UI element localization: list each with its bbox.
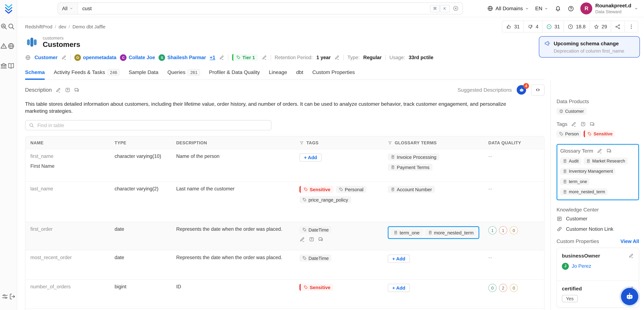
- column-name[interactable]: last_name: [30, 186, 53, 192]
- version-button[interactable]: 18.8: [564, 21, 589, 32]
- dq-aborted-badge[interactable]: 0: [510, 226, 518, 235]
- request-tags-icon[interactable]: [580, 121, 586, 127]
- tags-conversation-icon[interactable]: [590, 121, 595, 127]
- tag-chip[interactable]: DateTime: [300, 226, 332, 233]
- sensitive-tag-chip[interactable]: Sensitive: [300, 284, 333, 291]
- edit-glossary-icon[interactable]: [597, 148, 602, 154]
- watch-button[interactable]: 31: [542, 21, 564, 32]
- tier-chip[interactable]: Tier 1: [232, 54, 258, 61]
- edit-property-icon[interactable]: [628, 253, 634, 258]
- glossary-term-chip[interactable]: Account Number: [388, 186, 435, 193]
- request-description-icon[interactable]: [65, 87, 70, 93]
- tab-activity-feeds-tasks[interactable]: Activity Feeds & Tasks246: [54, 66, 120, 79]
- glossary-conversation-icon[interactable]: [606, 148, 612, 154]
- description-conversation-icon[interactable]: [74, 87, 80, 93]
- tag-chip[interactable]: Person: [556, 130, 581, 137]
- glossary-term-chip[interactable]: Audit: [560, 158, 581, 165]
- tab-queries[interactable]: Queries261: [167, 66, 200, 79]
- sidebar-settings-sliders-icon[interactable]: [1, 293, 8, 300]
- glossary-term-chip[interactable]: more_nested_term: [560, 188, 608, 195]
- filter-icon[interactable]: [388, 141, 392, 145]
- glossary-term-chip[interactable]: more_nested_term: [425, 229, 476, 236]
- edit-tier-icon[interactable]: [262, 55, 267, 60]
- stars-button[interactable]: 29: [589, 21, 611, 32]
- glossary-term-chip[interactable]: Invoice Processing: [388, 153, 439, 161]
- knowledge-center-item[interactable]: Customer Notion Link: [556, 226, 639, 232]
- column-name[interactable]: most_recent_order: [30, 255, 72, 261]
- more-owners-link[interactable]: +1: [210, 55, 215, 60]
- tab-sample-data[interactable]: Sample Data: [129, 66, 158, 79]
- tab-custom-properties[interactable]: Custom Properties: [312, 66, 355, 79]
- tag-chip[interactable]: price_range_policy: [300, 196, 351, 203]
- find-in-table-input[interactable]: [37, 122, 268, 129]
- sidebar-glossary-book-icon[interactable]: [7, 62, 15, 69]
- help-icon[interactable]: [568, 5, 574, 12]
- dq-passed-badge[interactable]: 0: [488, 284, 497, 292]
- sidebar-logout-icon[interactable]: [8, 293, 16, 300]
- tab-lineage[interactable]: Lineage: [269, 66, 287, 79]
- column-name[interactable]: first_order: [30, 226, 52, 232]
- downvote-button[interactable]: 4: [523, 21, 542, 32]
- dq-passed-badge[interactable]: 1: [488, 226, 497, 235]
- collate-logo-icon[interactable]: [4, 4, 14, 14]
- search-scope-dropdown[interactable]: All: [58, 3, 78, 14]
- edit-owners-icon[interactable]: [219, 55, 224, 60]
- entity-domain-link[interactable]: Customer: [34, 55, 58, 60]
- breadcrumb-item[interactable]: RedshiftProd: [25, 24, 52, 29]
- find-in-table[interactable]: [25, 120, 271, 130]
- breadcrumb-item[interactable]: dev: [58, 24, 66, 29]
- tab-profiler-data-quality[interactable]: Profiler & Data Quality: [209, 66, 260, 79]
- glossary-term-chip[interactable]: term_one: [391, 229, 422, 236]
- chat-bot-button[interactable]: [621, 288, 638, 305]
- property-user-link[interactable]: Jo Perez: [572, 263, 591, 269]
- sidebar-governance-bank-icon[interactable]: [0, 62, 7, 69]
- owner-item[interactable]: Oopenmetadata: [74, 54, 116, 61]
- add-button[interactable]: + Add: [388, 255, 410, 263]
- domains-dropdown[interactable]: All Domains: [487, 6, 529, 12]
- view-all-link[interactable]: View All: [620, 239, 639, 244]
- tag-chip[interactable]: DateTime: [300, 255, 332, 262]
- edit-tags-icon[interactable]: [300, 237, 305, 242]
- breadcrumb-item[interactable]: Demo dbt Jaffle: [72, 24, 106, 29]
- tag-chip[interactable]: Personal: [336, 186, 366, 193]
- data-product-chip[interactable]: Customer: [556, 108, 586, 115]
- sensitive-tag-chip[interactable]: Sensitive: [584, 130, 615, 137]
- owner-item[interactable]: CCollate Joe: [120, 54, 155, 61]
- filter-icon[interactable]: [300, 141, 304, 145]
- language-dropdown[interactable]: EN: [535, 6, 548, 11]
- edit-retention-icon[interactable]: [334, 55, 340, 60]
- glossary-term-chip[interactable]: Payment Terms: [388, 164, 432, 171]
- clear-search-icon[interactable]: [452, 6, 459, 12]
- more-button[interactable]: [624, 21, 638, 32]
- glossary-term-chip[interactable]: term_one: [560, 178, 590, 185]
- notifications-bell-icon[interactable]: [555, 5, 562, 12]
- add-button[interactable]: + Add: [300, 153, 322, 162]
- share-button[interactable]: [611, 21, 624, 32]
- tab-dbt[interactable]: dbt: [296, 66, 303, 79]
- sidebar-explore-search-icon[interactable]: [0, 23, 7, 30]
- column-name[interactable]: first_name: [30, 153, 54, 159]
- global-search[interactable]: All ⌘ K: [58, 3, 463, 14]
- edit-description-icon[interactable]: [56, 87, 61, 93]
- column-name[interactable]: number_of_orders: [30, 284, 71, 290]
- sidebar-quality-alert-icon[interactable]: [0, 42, 7, 50]
- search-input[interactable]: [78, 6, 430, 11]
- dq-failed-badge[interactable]: 2: [499, 284, 507, 292]
- knowledge-center-item[interactable]: Customer: [556, 216, 639, 222]
- request-tags-icon[interactable]: [308, 237, 314, 242]
- dq-aborted-badge[interactable]: 0: [510, 284, 518, 292]
- user-menu[interactable]: R Rounakpreet.d Data Steward: [580, 3, 638, 14]
- add-button[interactable]: + Add: [388, 284, 410, 292]
- sidebar-domains-globe-icon[interactable]: [7, 42, 15, 50]
- owner-item[interactable]: SShailesh Parmar: [159, 54, 206, 61]
- edit-domain-icon[interactable]: [61, 55, 66, 60]
- sidebar-discovery-search-icon[interactable]: [7, 23, 15, 30]
- suggestions-bot-button[interactable]: 4: [517, 85, 526, 95]
- sensitive-tag-chip[interactable]: Sensitive: [300, 186, 333, 193]
- glossary-term-chip[interactable]: Inventory Management: [560, 168, 616, 175]
- tags-conversation-icon[interactable]: [318, 237, 324, 242]
- tab-schema[interactable]: Schema: [25, 66, 45, 79]
- dq-failed-badge[interactable]: 1: [499, 226, 507, 235]
- edit-tags-icon[interactable]: [571, 121, 577, 127]
- upvote-button[interactable]: 31: [502, 21, 523, 32]
